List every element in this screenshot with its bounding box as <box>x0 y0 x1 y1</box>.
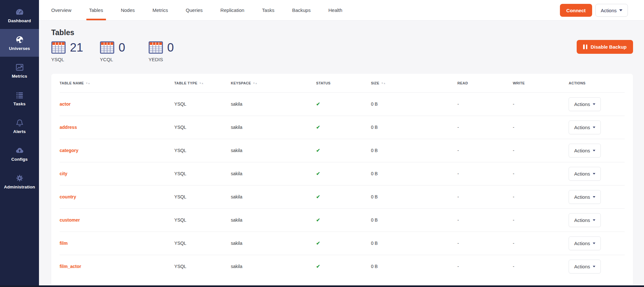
table-name-link[interactable]: city <box>60 171 67 176</box>
cell-size: 0 B <box>371 185 457 208</box>
table-row: actorYSQLsakila✔0 B--Actions <box>60 92 625 116</box>
tab-metrics[interactable]: Metrics <box>151 0 169 20</box>
cell-status: ✔ <box>316 116 371 139</box>
sort-icon[interactable]: ▼▲ <box>253 82 257 85</box>
column-header-table-name[interactable]: Table Name▼▲ <box>60 74 174 92</box>
cell-write: - <box>513 255 569 278</box>
row-actions-button[interactable]: Actions <box>569 144 601 158</box>
table-grid-icon <box>100 41 114 54</box>
row-actions-label: Actions <box>574 264 590 269</box>
cell-keyspace: sakila <box>231 232 316 255</box>
cell-write: - <box>513 232 569 255</box>
column-header-keyspace[interactable]: Keyspace▼▲ <box>231 74 316 92</box>
row-actions-button[interactable]: Actions <box>569 236 601 250</box>
connect-button[interactable]: Connect <box>560 4 592 17</box>
universe-tabs: OverviewTablesNodesMetricsQueriesReplica… <box>50 0 359 20</box>
sidebar-item-label: Metrics <box>12 74 27 79</box>
table-count-value: 21 <box>70 42 83 53</box>
cell-size: 0 B <box>371 232 457 255</box>
row-actions-button[interactable]: Actions <box>569 97 601 111</box>
tables-page: Tables 21YSQL0YCQL0YEDIS Disable Backup … <box>39 21 644 287</box>
sidebar-item-universes[interactable]: Universes <box>0 29 39 57</box>
tab-tasks[interactable]: Tasks <box>261 0 275 20</box>
cell-read: - <box>457 139 513 162</box>
table-name-link[interactable]: customer <box>60 217 80 223</box>
sidebar-item-alerts[interactable]: Alerts <box>0 112 39 140</box>
cell-actions: Actions <box>569 116 625 139</box>
table-count-value: 0 <box>119 42 125 53</box>
cell-read: - <box>457 232 513 255</box>
table-count-value: 0 <box>167 42 174 53</box>
table-name-link[interactable]: actor <box>60 101 71 107</box>
cell-keyspace: sakila <box>231 116 316 139</box>
sort-icon[interactable]: ▼▲ <box>85 82 90 85</box>
cell-status: ✔ <box>316 185 371 208</box>
column-header-size[interactable]: Size▼▲ <box>371 74 457 92</box>
cell-write: - <box>513 208 569 232</box>
tab-nodes[interactable]: Nodes <box>120 0 136 20</box>
sidebar-item-metrics[interactable]: Metrics <box>0 57 39 84</box>
table-name-link[interactable]: film <box>60 241 68 246</box>
sidebar-item-dashboard[interactable]: Dashboard <box>0 1 39 29</box>
disable-backup-button[interactable]: Disable Backup <box>577 40 633 54</box>
table-name-link[interactable]: address <box>60 125 77 130</box>
cell-actions: Actions <box>569 208 625 232</box>
cell-actions: Actions <box>569 139 625 162</box>
chevron-down-icon <box>593 243 595 244</box>
table-count-label: YSQL <box>51 57 100 62</box>
row-actions-button[interactable]: Actions <box>569 190 601 204</box>
cell-write: - <box>513 116 569 139</box>
table-row: addressYSQLsakila✔0 B--Actions <box>60 116 625 139</box>
cell-table-type: YSQL <box>174 185 231 208</box>
chevron-down-icon <box>593 266 595 267</box>
cell-table-name: country <box>60 185 174 208</box>
top-navbar: OverviewTablesNodesMetricsQueriesReplica… <box>39 0 644 21</box>
sidebar-item-tasks[interactable]: Tasks <box>0 84 39 112</box>
sidebar-item-configs[interactable]: Configs <box>0 140 39 167</box>
status-success-check-icon: ✔ <box>316 194 320 199</box>
table-row: countryYSQLsakila✔0 B--Actions <box>60 185 625 208</box>
tab-health[interactable]: Health <box>327 0 343 20</box>
cell-table-type: YSQL <box>174 255 231 278</box>
chevron-down-icon <box>593 103 595 105</box>
tab-overview[interactable]: Overview <box>50 0 73 20</box>
row-actions-label: Actions <box>574 217 590 223</box>
cell-table-type: YSQL <box>174 162 231 185</box>
cell-size: 0 B <box>371 92 457 116</box>
sidebar-item-administration[interactable]: Administration <box>0 167 39 195</box>
sidebar-item-label: Configs <box>11 157 28 162</box>
table-name-link[interactable]: country <box>60 194 76 199</box>
cell-table-name: actor <box>60 92 174 116</box>
cell-size: 0 B <box>371 139 457 162</box>
alerts-bell-icon <box>15 118 24 127</box>
table-count-ycql: 0YCQL <box>100 41 149 62</box>
row-actions-button[interactable]: Actions <box>569 213 601 227</box>
sidebar: DashboardUniversesMetricsTasksAlertsConf… <box>0 0 39 287</box>
table-name-link[interactable]: film_actor <box>60 264 81 269</box>
status-success-check-icon: ✔ <box>316 124 320 130</box>
row-actions-button[interactable]: Actions <box>569 260 601 273</box>
table-name-link[interactable]: category <box>60 148 78 153</box>
column-header-table-type[interactable]: Table Type▼▲ <box>174 74 231 92</box>
tab-replication[interactable]: Replication <box>219 0 245 20</box>
cell-table-name: address <box>60 116 174 139</box>
sort-icon[interactable]: ▼▲ <box>199 82 204 85</box>
metrics-chart-icon <box>15 63 24 72</box>
universes-globe-icon <box>15 35 24 44</box>
tab-tables[interactable]: Tables <box>88 0 104 20</box>
cell-status: ✔ <box>316 232 371 255</box>
cell-read: - <box>457 162 513 185</box>
sort-icon[interactable]: ▼▲ <box>381 82 385 85</box>
table-grid-icon <box>51 41 66 54</box>
cell-write: - <box>513 92 569 116</box>
cell-table-type: YSQL <box>174 116 231 139</box>
row-actions-button[interactable]: Actions <box>569 120 601 134</box>
cell-table-type: YSQL <box>174 232 231 255</box>
cell-status: ✔ <box>316 162 371 185</box>
universe-actions-button[interactable]: Actions <box>595 4 628 17</box>
tab-backups[interactable]: Backups <box>291 0 312 20</box>
row-actions-button[interactable]: Actions <box>569 167 601 181</box>
tab-queries[interactable]: Queries <box>185 0 204 20</box>
administration-gear-icon <box>15 174 24 183</box>
cell-read: - <box>457 185 513 208</box>
